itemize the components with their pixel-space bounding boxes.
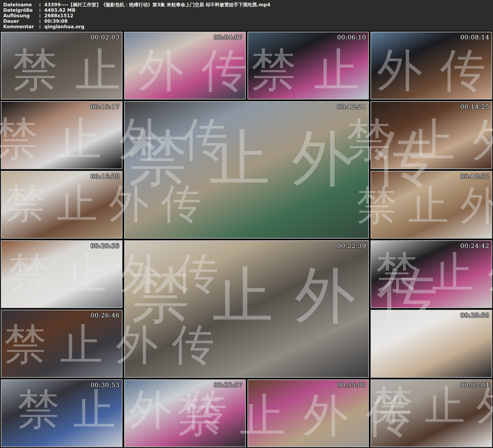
meta-separator: : [39,19,44,24]
meta-value-dateiname: 43399----【枫叶工作室】《魅影危机：艳缚行动》第3集 米粒奉命上门交易 … [44,2,270,8]
timestamp-overlay: 00:12:21 [337,103,366,110]
timestamp-overlay: 00:10:17 [90,103,120,110]
video-thumbnail-00:26:46: 00:26:46 [1,310,123,378]
meta-row-dateiname: Dateiname:43399----【枫叶工作室】《魅影危机：艳缚行动》第3集… [3,2,491,8]
timestamp-overlay: 00:06:10 [337,34,366,41]
meta-label-dateiname: Dateiname [3,2,39,8]
video-thumbnail-00:24:42: 00:24:42 [370,240,492,308]
video-thumbnail-00:02:03: 00:02:03 [1,32,123,100]
meta-row-dateigroesse: Dateigröße:4493.62 MB [3,8,491,13]
video-thumbnail-00:06:10: 00:06:10 [247,32,369,100]
video-thumbnail-00:22:39: 00:22:39 [124,240,369,378]
meta-row-kommentar: Kommentar:qinglanhua.org [3,24,491,29]
video-thumbnail-00:04:07: 00:04:07 [124,32,246,100]
meta-label-kommentar: Kommentar [3,24,39,29]
timestamp-overlay: 00:28:50 [460,312,489,319]
meta-value-dauer: 00:39:08 [44,19,67,24]
video-thumbnail-00:20:35: 00:20:35 [1,240,123,308]
timestamp-overlay: 00:18:32 [460,173,489,180]
timestamp-overlay: 00:16:28 [90,173,120,180]
meta-separator: : [39,13,44,19]
timestamp-overlay: 00:08:14 [460,34,489,41]
meta-separator: : [39,8,44,13]
video-thumbnail-00:37:04: 00:37:04 [370,379,492,447]
timestamp-overlay: 00:37:04 [460,381,489,389]
video-thumbnail-00:12:21: 00:12:21 [124,101,369,239]
meta-label-dateigroesse: Dateigröße [3,8,39,13]
video-thumbnail-00:18:32: 00:18:32 [370,171,492,239]
video-thumbnail-00:32:57: 00:32:57 [124,379,246,447]
timestamp-overlay: 00:26:46 [90,312,120,319]
thumbnail-grid: 00:02:0300:04:0700:06:1000:08:1400:10:17… [0,31,493,448]
file-metadata-header: Dateiname:43399----【枫叶工作室】《魅影危机：艳缚行动》第3集… [0,0,493,31]
meta-label-dauer: Dauer [3,19,39,24]
video-thumbnail-00:16:28: 00:16:28 [1,171,123,239]
meta-separator: : [39,24,44,29]
video-thumbnail-00:30:53: 00:30:53 [1,379,123,447]
video-thumbnail-00:08:14: 00:08:14 [370,32,492,100]
video-thumbnail-00:35:00: 00:35:00 [247,379,369,447]
timestamp-overlay: 00:32:57 [214,381,243,389]
timestamp-overlay: 00:24:42 [460,242,489,249]
video-thumbnail-00:14:25: 00:14:25 [370,101,492,169]
meta-row-aufloesung: Auflösung:2688x1512 [3,13,491,19]
timestamp-overlay: 00:35:00 [337,381,366,389]
meta-label-aufloesung: Auflösung [3,13,39,19]
timestamp-overlay: 00:14:25 [460,103,489,110]
meta-row-dauer: Dauer:00:39:08 [3,19,491,24]
timestamp-overlay: 00:02:03 [90,34,120,41]
meta-value-dateigroesse: 4493.62 MB [44,8,75,13]
timestamp-overlay: 00:04:07 [214,34,243,41]
meta-value-kommentar: qinglanhua.org [44,24,85,29]
timestamp-overlay: 00:30:53 [90,381,120,389]
timestamp-overlay: 00:20:35 [90,242,120,249]
meta-value-aufloesung: 2688x1512 [44,13,73,19]
video-contact-sheet: Dateiname:43399----【枫叶工作室】《魅影危机：艳缚行动》第3集… [0,0,493,448]
meta-separator: : [39,2,44,8]
timestamp-overlay: 00:22:39 [337,242,366,249]
video-thumbnail-00:28:50: 00:28:50 [370,310,492,378]
video-thumbnail-00:10:17: 00:10:17 [1,101,123,169]
